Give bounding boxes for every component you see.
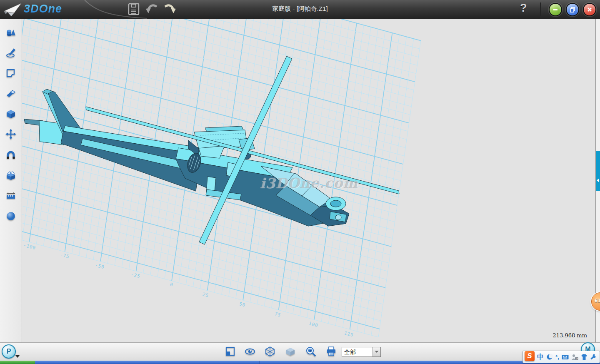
nose-turret-inner	[330, 200, 341, 207]
magnet-icon	[5, 150, 16, 161]
visibility-eye-icon[interactable]	[245, 346, 255, 357]
taskbar-segment	[35, 361, 260, 364]
restore-button[interactable]	[566, 3, 579, 16]
sidebar-tool-sketch-plane[interactable]	[5, 67, 16, 78]
display-filter-value: 全部	[344, 349, 356, 356]
sidebar-tool-material-sphere[interactable]	[5, 211, 16, 222]
watermark: i3DOne.com	[260, 175, 358, 191]
chevron-left-icon	[597, 178, 599, 182]
display-filter-dropdown[interactable]: 全部	[342, 347, 381, 357]
notification-count: 61	[595, 297, 600, 304]
panel-collapse-tab[interactable]	[596, 151, 600, 191]
sketch-pen-icon	[5, 47, 16, 58]
print-icon[interactable]	[326, 346, 337, 357]
ime-brand-logo[interactable]: S	[525, 351, 535, 361]
tool-sidebar	[0, 19, 22, 342]
close-button[interactable]	[583, 3, 596, 16]
close-icon	[587, 7, 592, 12]
profile-badge-left[interactable]: P	[2, 344, 16, 359]
titlebar-separator	[540, 2, 540, 16]
sidebar-tool-primitives[interactable]	[5, 27, 16, 38]
zoom-search-icon[interactable]	[305, 346, 316, 357]
wireframe-display-icon[interactable]	[265, 346, 275, 357]
nose-cylinder-cap	[335, 215, 341, 220]
ime-toolbar: S 中 °, 14	[522, 351, 600, 363]
ime-person-icon[interactable]: 14	[571, 354, 578, 360]
sketch-plane-icon	[5, 67, 16, 78]
view-toolbar: 全部	[0, 342, 600, 361]
sidebar-tool-sketch-draw[interactable]	[5, 47, 16, 58]
taskbar-strip	[0, 361, 600, 364]
ime-skin-tshirt-icon[interactable]	[581, 354, 588, 360]
cube-icon	[5, 109, 16, 120]
minimize-button[interactable]	[549, 3, 562, 16]
measure-ruler-icon	[5, 190, 16, 201]
shaded-display-icon[interactable]	[285, 346, 296, 357]
dropdown-arrow-button[interactable]	[372, 347, 380, 357]
profile-badge-caret[interactable]	[15, 355, 20, 358]
minimize-icon	[552, 7, 558, 12]
svg-text:14: 14	[575, 357, 578, 360]
sidebar-tool-magnet-assembly[interactable]	[5, 150, 16, 161]
ime-keyboard-icon[interactable]	[562, 354, 569, 360]
profile-badge-letter: P	[7, 348, 11, 355]
view-layout-icon[interactable]	[225, 346, 235, 357]
ime-punctuation-toggle[interactable]: °,	[555, 354, 559, 360]
document-title: 家庭版 - [阿帕奇.Z1]	[0, 5, 600, 13]
sidebar-tool-solid-edit[interactable]	[5, 109, 16, 120]
3done-app-window: { "titlebar": { "app_name": "3DOne", "do…	[0, 0, 600, 364]
ime-settings-wrench-icon[interactable]	[590, 354, 597, 360]
eraser-icon	[5, 88, 16, 99]
sphere-icon	[5, 211, 16, 222]
move-arrows-icon	[5, 129, 16, 140]
open-box-icon	[5, 170, 16, 181]
title-bar: 3DOne 家庭版 - [阿帕奇.Z1] ?	[0, 0, 600, 19]
ime-fullhalf-moon-icon[interactable]	[546, 354, 553, 360]
sidebar-tool-group-box[interactable]	[5, 170, 16, 181]
restore-icon	[570, 7, 575, 12]
taskbar-start-segment	[0, 361, 35, 364]
helicopter-model[interactable]	[24, 56, 399, 244]
viewport-3d[interactable]: -100-75-50-250255075100125 i3DOne.com 21…	[22, 19, 595, 342]
sidebar-tool-erase[interactable]	[5, 88, 16, 99]
measurement-readout: 213.968 mm	[552, 332, 587, 339]
sidebar-tool-measure[interactable]	[5, 190, 16, 201]
ime-language-toggle[interactable]: 中	[537, 353, 544, 362]
sidebar-tool-move[interactable]	[5, 129, 16, 140]
help-button[interactable]: ?	[520, 2, 527, 15]
primitives-icon	[5, 27, 16, 38]
